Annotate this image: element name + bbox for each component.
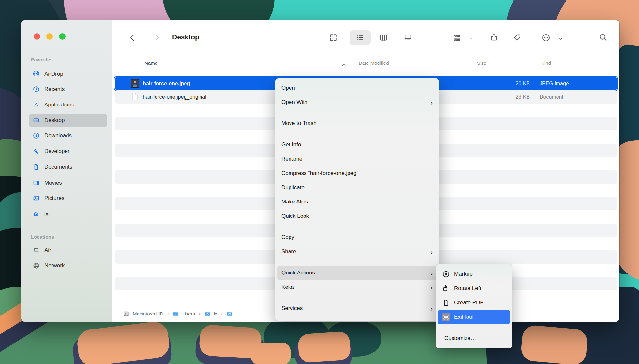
group-by-button[interactable] — [453, 33, 461, 43]
menu-item-label: Copy — [281, 234, 294, 241]
sidebar-item-label: AirDrop — [44, 71, 63, 77]
column-header-kind[interactable]: Kind — [541, 60, 551, 66]
sidebar-item-movies[interactable]: Movies — [29, 176, 107, 189]
search-button[interactable] — [599, 33, 608, 43]
list-view-button[interactable] — [356, 33, 364, 43]
more-options-chevron-down-icon — [558, 36, 563, 42]
sidebar-item-developer[interactable]: Developer — [29, 145, 107, 158]
column-header-size[interactable]: Size — [477, 60, 486, 66]
submenu-item-label: Rotate Left — [454, 285, 481, 292]
airdrop-icon — [33, 70, 40, 77]
sidebar-item-pictures[interactable]: Pictures — [29, 192, 107, 205]
close-window-button[interactable] — [34, 33, 40, 40]
path-item-users[interactable]: Users — [182, 311, 195, 316]
menu-item-services[interactable]: Services› — [275, 301, 439, 315]
menu-item-get-info[interactable]: Get Info — [275, 137, 439, 152]
file-kind: JPEG image — [540, 77, 569, 90]
menu-item-open[interactable]: Open — [275, 81, 439, 95]
menu-item-duplicate[interactable]: Duplicate — [275, 180, 439, 195]
folder-icon — [204, 310, 211, 317]
path-item-macintosh-hd[interactable]: Macintosh HD — [133, 311, 163, 316]
submenu-item-rotate-left[interactable]: Rotate Left — [436, 281, 512, 296]
submenu-item-create-pdf[interactable]: Create PDF — [436, 296, 512, 310]
forward-button[interactable] — [153, 34, 161, 43]
submenu-item-customize[interactable]: Customize… — [436, 331, 512, 345]
back-button[interactable] — [128, 34, 137, 43]
film-icon — [33, 179, 40, 187]
menu-item-keka[interactable]: Keka› — [275, 280, 439, 294]
menu-item-compress[interactable]: Compress “hair-force-one.jpeg” — [275, 166, 439, 180]
gallery-view-button[interactable] — [404, 33, 412, 43]
menu-item-label: Duplicate — [281, 184, 305, 191]
menu-item-copy[interactable]: Copy — [275, 230, 439, 245]
sidebar-item-home-lx[interactable]: lx — [29, 207, 107, 220]
home-icon — [33, 210, 40, 217]
toolbar: Desktop — [112, 20, 619, 55]
column-header-date-modified[interactable]: Date Modified — [359, 60, 389, 66]
menu-item-label: Compress “hair-force-one.jpeg” — [281, 170, 358, 176]
menu-item-label: Get Info — [281, 141, 301, 148]
hard-drive-icon — [123, 310, 130, 317]
sidebar-item-label: Documents — [44, 164, 72, 170]
menu-item-share[interactable]: Share› — [275, 245, 439, 259]
path-item-lx[interactable]: lx — [214, 311, 217, 316]
path-separator: › — [221, 310, 223, 317]
minimize-window-button[interactable] — [46, 33, 53, 40]
quick-actions-submenu: Markup Rotate Left Create PDF ExifTool C… — [436, 264, 512, 348]
sidebar-item-label: Pictures — [44, 195, 64, 202]
share-button[interactable] — [489, 33, 498, 43]
menu-item-label: Quick Actions — [281, 270, 315, 276]
clock-icon — [33, 86, 40, 93]
submenu-arrow-icon: › — [430, 99, 433, 106]
sidebar-item-air[interactable]: Air — [29, 244, 107, 257]
jpeg-thumbnail-icon — [131, 79, 139, 88]
menu-item-move-to-trash[interactable]: Move to Trash — [275, 116, 439, 131]
more-options-button[interactable] — [542, 33, 551, 44]
column-header-name[interactable]: Name — [144, 60, 157, 66]
submenu-item-exiftool[interactable]: ExifTool — [438, 310, 510, 324]
submenu-item-label: Create PDF — [454, 300, 483, 306]
sidebar-item-label: Desktop — [44, 117, 65, 124]
menu-item-make-alias[interactable]: Make Alias — [275, 195, 439, 209]
menu-separator — [280, 227, 435, 227]
menu-item-quick-look[interactable]: Quick Look — [275, 209, 439, 223]
sidebar-item-recents[interactable]: Recents — [29, 83, 107, 96]
sidebar-item-desktop[interactable]: Desktop — [29, 114, 107, 127]
folder-icon — [226, 310, 233, 317]
sidebar-item-downloads[interactable]: Downloads — [29, 129, 107, 142]
sidebar-item-label: Downloads — [44, 133, 72, 139]
markup-icon — [442, 270, 450, 278]
menu-separator — [280, 262, 435, 262]
submenu-item-markup[interactable]: Markup — [436, 267, 512, 281]
menu-item-label: Rename — [281, 156, 302, 162]
sidebar-item-applications[interactable]: Applications — [29, 98, 107, 111]
desktop-screen: Favorites AirDrop Recents Applications D… — [0, 0, 639, 364]
sidebar-item-documents[interactable]: Documents — [29, 161, 107, 174]
submenu-item-label: Customize… — [444, 335, 476, 342]
rotate-left-icon — [442, 284, 450, 293]
menu-separator — [280, 113, 435, 113]
sidebar-item-network[interactable]: Network — [29, 259, 107, 272]
menu-item-rename[interactable]: Rename — [275, 152, 439, 166]
menu-item-label: Move to Trash — [281, 120, 317, 127]
globe-icon — [33, 262, 40, 269]
menu-item-label: Quick Look — [281, 213, 309, 219]
sidebar-section-favorites: Favorites — [31, 57, 53, 62]
submenu-arrow-icon: › — [430, 270, 433, 276]
menu-separator — [440, 328, 508, 328]
menu-item-quick-actions[interactable]: Quick Actions› — [277, 266, 437, 280]
sidebar-section-locations: Locations — [31, 234, 54, 240]
menu-item-label: Make Alias — [281, 199, 308, 205]
tag-button[interactable] — [513, 33, 522, 44]
column-view-button[interactable] — [379, 33, 388, 43]
document-icon — [33, 163, 40, 171]
menu-item-open-with[interactable]: Open With› — [275, 95, 439, 109]
sidebar: Favorites AirDrop Recents Applications D… — [21, 20, 112, 322]
app-store-icon — [33, 101, 40, 108]
icon-view-button[interactable] — [329, 33, 338, 43]
submenu-item-label: ExifTool — [454, 314, 474, 320]
laptop-icon — [33, 247, 40, 254]
zoom-window-button[interactable] — [59, 33, 66, 40]
path-separator: › — [199, 310, 201, 317]
sidebar-item-airdrop[interactable]: AirDrop — [29, 67, 107, 80]
